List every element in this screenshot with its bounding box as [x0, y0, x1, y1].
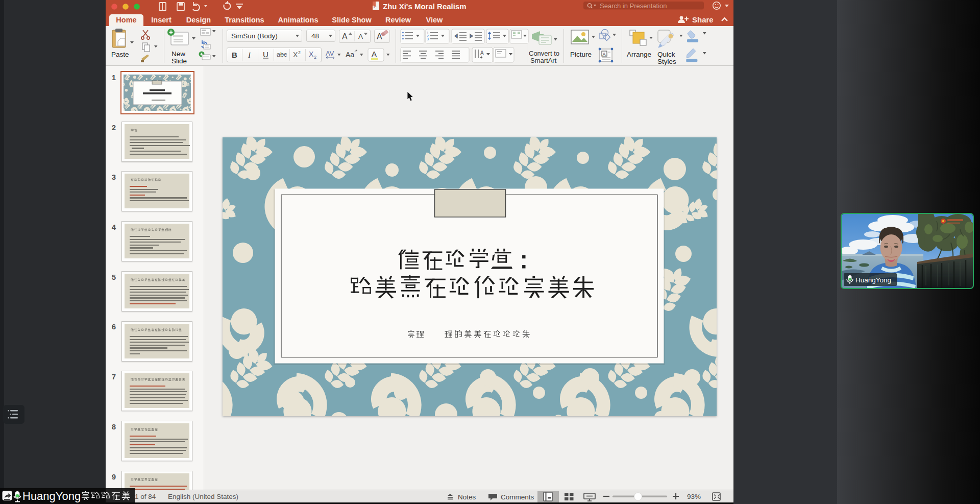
- svg-text:93%: 93%: [687, 493, 701, 500]
- svg-text:X: X: [293, 51, 298, 59]
- svg-text:Paste: Paste: [111, 51, 129, 58]
- svg-text:Slide: Slide: [172, 57, 187, 65]
- svg-text:A: A: [480, 50, 484, 56]
- svg-text:Search in Presentation: Search in Presentation: [600, 2, 667, 10]
- svg-text:A: A: [342, 32, 348, 41]
- svg-text:Arrange: Arrange: [627, 51, 651, 58]
- svg-text:A: A: [603, 52, 606, 57]
- svg-text:3: 3: [427, 37, 429, 41]
- svg-text:B: B: [232, 51, 237, 59]
- svg-text:2: 2: [314, 55, 316, 60]
- svg-text:X: X: [309, 50, 314, 58]
- svg-text:2: 2: [298, 50, 301, 55]
- svg-text:A: A: [372, 50, 377, 58]
- svg-text:Picture: Picture: [570, 51, 592, 58]
- svg-text:Zhu Xi's Moral Realism: Zhu Xi's Moral Realism: [383, 2, 467, 11]
- svg-text:I: I: [248, 51, 251, 59]
- svg-text:AV: AV: [326, 50, 334, 57]
- svg-text:SmartArt: SmartArt: [530, 57, 557, 64]
- svg-text:Convert to: Convert to: [529, 50, 559, 57]
- svg-text:HuangYong: HuangYong: [22, 490, 81, 502]
- svg-text:U: U: [263, 50, 268, 59]
- svg-text:HuangYong: HuangYong: [855, 276, 891, 284]
- svg-text:Styles: Styles: [657, 58, 676, 65]
- svg-text:Aa: Aa: [346, 51, 354, 59]
- svg-text:Comments: Comments: [501, 493, 534, 501]
- svg-text:P: P: [374, 5, 377, 9]
- svg-text:Notes: Notes: [458, 493, 476, 501]
- svg-text:A: A: [358, 33, 363, 40]
- svg-text:New: New: [172, 50, 185, 58]
- svg-text:Quick: Quick: [657, 51, 675, 58]
- svg-text:Share: Share: [692, 15, 714, 24]
- svg-text:abc: abc: [277, 51, 287, 58]
